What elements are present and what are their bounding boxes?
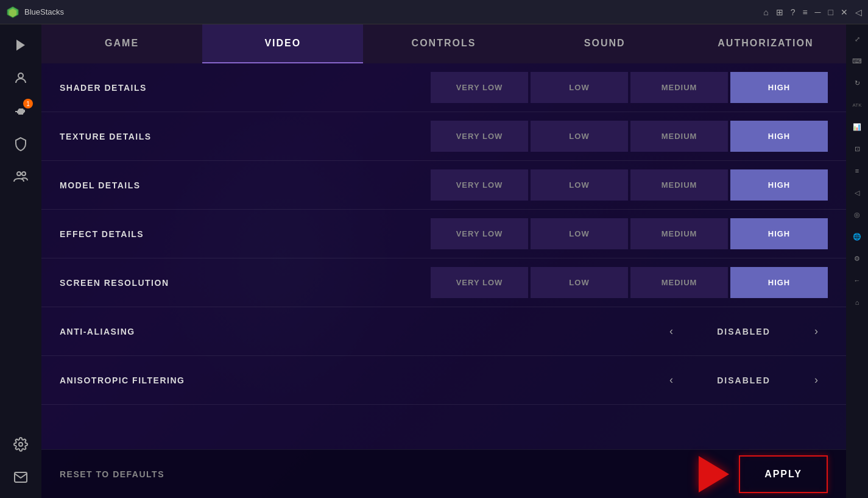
sidebar-item-team[interactable] xyxy=(6,162,35,191)
resolution-medium-btn[interactable]: MEDIUM xyxy=(630,267,728,298)
svg-point-6 xyxy=(22,172,26,176)
big-arrow-icon xyxy=(699,456,729,493)
model-details-options: VERY LOW LOW MEDIUM HIGH xyxy=(242,169,828,201)
reset-label: RESET TO DEFAULTS xyxy=(60,469,164,479)
close-icon[interactable]: ✕ xyxy=(841,7,848,17)
model-details-label: MODEL DETAILS xyxy=(60,180,242,190)
resolution-low-btn[interactable]: LOW xyxy=(531,267,628,298)
settings-panel: GAME VIDEO CONTROLS SOUND AUTHORIZATION xyxy=(41,24,846,498)
anti-aliasing-prev-btn[interactable]: ‹ xyxy=(660,325,683,338)
shader-details-label: SHADER DETAILS xyxy=(60,83,242,93)
tab-video[interactable]: VIDEO xyxy=(202,24,363,63)
effect-details-options: VERY LOW LOW MEDIUM HIGH xyxy=(242,218,828,249)
effect-high-btn[interactable]: HIGH xyxy=(730,218,828,249)
right-sidebar-crop[interactable]: ⊡ xyxy=(849,140,866,157)
effect-low-btn[interactable]: LOW xyxy=(531,218,628,249)
grid-icon[interactable]: ⊞ xyxy=(776,7,783,17)
main-layout: 1 xyxy=(0,24,868,498)
tab-authorization[interactable]: AUTHORIZATION xyxy=(685,24,846,63)
tabs-bar: GAME VIDEO CONTROLS SOUND AUTHORIZATION xyxy=(41,24,846,63)
window-controls: ⌂ ⊞ ? ≡ ─ □ ✕ ◁ xyxy=(763,7,862,17)
right-sidebar-layers[interactable]: ≡ xyxy=(849,162,866,179)
texture-very-low-btn[interactable]: VERY LOW xyxy=(431,121,528,152)
effect-very-low-btn[interactable]: VERY LOW xyxy=(431,218,528,249)
right-sidebar-expand[interactable]: ⤢ xyxy=(849,30,866,48)
effect-details-row: EFFECT DETAILS VERY LOW LOW MEDIUM HIGH xyxy=(41,210,846,258)
shader-high-btn[interactable]: HIGH xyxy=(730,72,828,103)
titlebar: BlueStacks ⌂ ⊞ ? ≡ ─ □ ✕ ◁ xyxy=(0,0,868,24)
apply-button[interactable]: APPLY xyxy=(739,455,828,493)
texture-details-label: TEXTURE DETAILS xyxy=(60,132,242,141)
anisotropic-next-btn[interactable]: › xyxy=(805,374,828,386)
model-very-low-btn[interactable]: VERY LOW xyxy=(431,169,528,201)
right-sidebar-refresh[interactable]: ↻ xyxy=(849,74,866,91)
resolution-very-low-btn[interactable]: VERY LOW xyxy=(431,267,528,298)
texture-details-row: TEXTURE DETAILS VERY LOW LOW MEDIUM HIGH xyxy=(41,112,846,161)
screen-resolution-label: SCREEN RESOLUTION xyxy=(60,278,242,288)
sidebar-item-profile[interactable] xyxy=(6,63,35,93)
tab-sound[interactable]: SOUND xyxy=(524,24,685,63)
anisotropic-prev-btn[interactable]: ‹ xyxy=(660,374,683,386)
right-sidebar-arrow-left[interactable]: ← xyxy=(849,272,866,289)
shader-very-low-btn[interactable]: VERY LOW xyxy=(431,72,528,103)
screen-resolution-row: SCREEN RESOLUTION VERY LOW LOW MEDIUM HI… xyxy=(41,258,846,307)
model-details-row: MODEL DETAILS VERY LOW LOW MEDIUM HIGH xyxy=(41,161,846,210)
right-sidebar-back[interactable]: ◁ xyxy=(849,184,866,201)
anti-aliasing-next-btn[interactable]: › xyxy=(805,325,828,338)
right-sidebar-atk[interactable]: ATK xyxy=(849,96,866,113)
anisotropic-filtering-control: ‹ DISABLED › xyxy=(242,374,828,386)
texture-high-btn[interactable]: HIGH xyxy=(730,121,828,152)
texture-details-options: VERY LOW LOW MEDIUM HIGH xyxy=(242,121,828,152)
screen-resolution-options: VERY LOW LOW MEDIUM HIGH xyxy=(242,267,828,298)
anti-aliasing-value: DISABLED xyxy=(683,327,805,336)
app-title: BlueStacks xyxy=(24,7,758,16)
hamburger-icon[interactable]: ≡ xyxy=(802,7,807,17)
bluestacks-logo-icon xyxy=(6,5,19,19)
anti-aliasing-control: ‹ DISABLED › xyxy=(242,325,828,338)
sidebar-toggle-icon[interactable]: ◁ xyxy=(855,7,862,17)
model-medium-btn[interactable]: MEDIUM xyxy=(630,169,728,201)
svg-point-3 xyxy=(18,73,23,78)
arrow-indicator xyxy=(699,456,729,493)
shader-medium-btn[interactable]: MEDIUM xyxy=(630,72,728,103)
svg-point-7 xyxy=(19,443,23,446)
help-icon[interactable]: ? xyxy=(791,7,796,17)
right-sidebar-globe[interactable]: 🌐 xyxy=(849,228,866,245)
svg-point-5 xyxy=(17,172,21,176)
shader-low-btn[interactable]: LOW xyxy=(531,72,628,103)
right-sidebar-chart[interactable]: 📊 xyxy=(849,118,866,135)
effect-medium-btn[interactable]: MEDIUM xyxy=(630,218,728,249)
sidebar-item-settings[interactable] xyxy=(6,430,35,459)
anti-aliasing-label: ANTI-ALIASING xyxy=(60,327,242,336)
model-low-btn[interactable]: LOW xyxy=(531,169,628,201)
right-sidebar-location[interactable]: ◎ xyxy=(849,206,866,223)
right-sidebar: ⤢ ⌨ ↻ ATK 📊 ⊡ ≡ ◁ ◎ 🌐 ⚙ ← ⌂ xyxy=(846,24,868,498)
effect-details-label: EFFECT DETAILS xyxy=(60,229,242,239)
maximize-icon[interactable]: □ xyxy=(828,7,833,17)
sidebar-item-gun[interactable]: 1 xyxy=(6,96,35,126)
anti-aliasing-row: ANTI-ALIASING ‹ DISABLED › xyxy=(41,307,846,356)
sidebar-item-shield[interactable] xyxy=(6,129,35,158)
tab-controls[interactable]: CONTROLS xyxy=(363,24,524,63)
tab-game[interactable]: GAME xyxy=(41,24,202,63)
anisotropic-value: DISABLED xyxy=(683,375,805,385)
svg-rect-4 xyxy=(23,110,25,112)
settings-content: SHADER DETAILS VERY LOW LOW MEDIUM HIGH … xyxy=(41,63,846,449)
content-area: GAME VIDEO CONTROLS SOUND AUTHORIZATION xyxy=(41,24,846,498)
bottom-bar: RESET TO DEFAULTS APPLY xyxy=(41,449,846,498)
home-icon[interactable]: ⌂ xyxy=(763,7,768,17)
sidebar-item-play[interactable] xyxy=(6,30,35,60)
model-high-btn[interactable]: HIGH xyxy=(730,169,828,201)
right-sidebar-gear[interactable]: ⚙ xyxy=(849,250,866,267)
right-sidebar-home[interactable]: ⌂ xyxy=(849,294,866,311)
svg-marker-2 xyxy=(16,40,25,51)
resolution-high-btn[interactable]: HIGH xyxy=(730,267,828,298)
texture-low-btn[interactable]: LOW xyxy=(531,121,628,152)
shader-details-options: VERY LOW LOW MEDIUM HIGH xyxy=(242,72,828,103)
sidebar-item-mail[interactable] xyxy=(6,463,35,492)
right-sidebar-keyboard[interactable]: ⌨ xyxy=(849,52,866,69)
shader-details-row: SHADER DETAILS VERY LOW LOW MEDIUM HIGH xyxy=(41,63,846,112)
minimize-icon[interactable]: ─ xyxy=(815,7,821,17)
anisotropic-filtering-label: ANISOTROPIC FILTERING xyxy=(60,375,242,385)
texture-medium-btn[interactable]: MEDIUM xyxy=(630,121,728,152)
